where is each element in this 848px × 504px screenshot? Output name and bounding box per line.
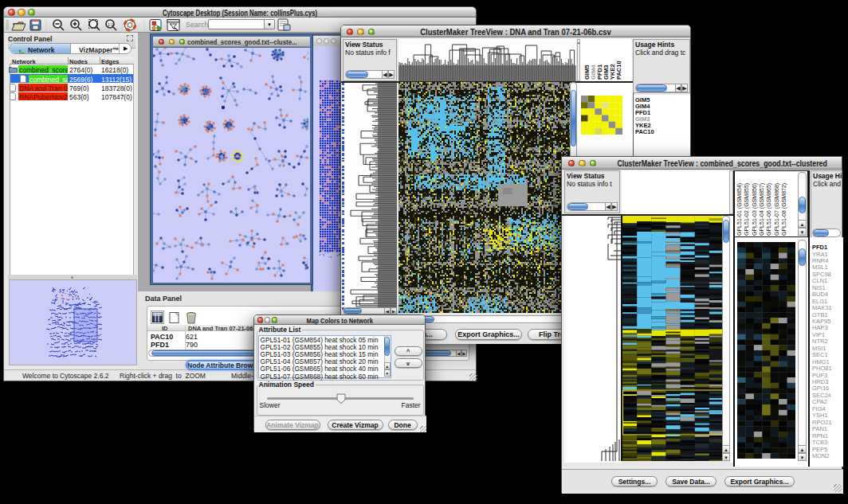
svg-text:1:1: 1:1 xyxy=(108,22,113,27)
